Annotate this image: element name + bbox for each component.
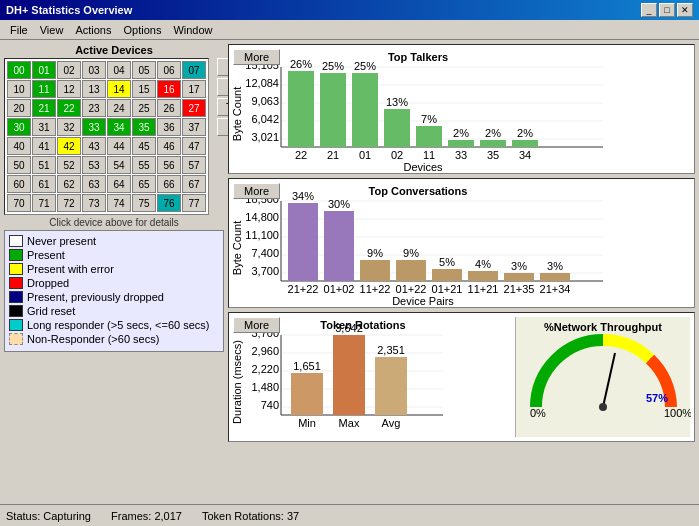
device-cell-34[interactable]: 34	[107, 118, 131, 136]
device-cell-24[interactable]: 24	[107, 99, 131, 117]
device-cell-51[interactable]: 51	[32, 156, 56, 174]
svg-text:11: 11	[423, 149, 435, 161]
device-cell-72[interactable]: 72	[57, 194, 81, 212]
device-cell-54[interactable]: 54	[107, 156, 131, 174]
device-cell-26[interactable]: 26	[157, 99, 181, 117]
device-cell-67[interactable]: 67	[182, 175, 206, 193]
device-cell-00[interactable]: 00	[7, 61, 31, 79]
device-cell-76[interactable]: 76	[157, 194, 181, 212]
device-cell-32[interactable]: 32	[57, 118, 81, 136]
devices-section: 0001020304050607101112131415161720212223…	[4, 58, 224, 215]
device-cell-35[interactable]: 35	[132, 118, 156, 136]
device-cell-36[interactable]: 36	[157, 118, 181, 136]
svg-text:25%: 25%	[322, 60, 344, 72]
device-cell-12[interactable]: 12	[57, 80, 81, 98]
status-text: Status: Capturing	[6, 510, 91, 522]
top-conversations-section: More Top Conversations Byte Count 18,500…	[228, 178, 695, 308]
device-cell-41[interactable]: 41	[32, 137, 56, 155]
device-cell-42[interactable]: 42	[57, 137, 81, 155]
device-cell-03[interactable]: 03	[82, 61, 106, 79]
device-cell-10[interactable]: 10	[7, 80, 31, 98]
device-cell-05[interactable]: 05	[132, 61, 156, 79]
menu-options[interactable]: Options	[117, 23, 167, 37]
menu-actions[interactable]: Actions	[69, 23, 117, 37]
device-cell-13[interactable]: 13	[82, 80, 106, 98]
device-cell-25[interactable]: 25	[132, 99, 156, 117]
status-bar: Status: Capturing Frames: 2,017 Token Ro…	[0, 504, 699, 526]
svg-text:25%: 25%	[354, 60, 376, 72]
token-more-button[interactable]: More	[233, 317, 280, 333]
device-cell-55[interactable]: 55	[132, 156, 156, 174]
device-cell-30[interactable]: 30	[7, 118, 31, 136]
device-cell-15[interactable]: 15	[132, 80, 156, 98]
token-rotations-chart: Token Rotations Duration (msecs) 3,700 2…	[233, 317, 515, 437]
device-cell-07[interactable]: 07	[182, 61, 206, 79]
device-cell-77[interactable]: 77	[182, 194, 206, 212]
device-cell-45[interactable]: 45	[132, 137, 156, 155]
device-cell-61[interactable]: 61	[32, 175, 56, 193]
top-conversations-svg: Top Conversations Byte Count 18,500 14,8…	[233, 183, 603, 305]
svg-text:02: 02	[391, 149, 403, 161]
device-cell-06[interactable]: 06	[157, 61, 181, 79]
bar-conv-11-22	[360, 260, 390, 281]
device-cell-74[interactable]: 74	[107, 194, 131, 212]
device-cell-44[interactable]: 44	[107, 137, 131, 155]
top-conversations-more-button[interactable]: More	[233, 183, 280, 199]
device-cell-01[interactable]: 01	[32, 61, 56, 79]
gauge-value: 57%	[646, 392, 668, 404]
minimize-button[interactable]: _	[641, 3, 657, 17]
device-cell-46[interactable]: 46	[157, 137, 181, 155]
menu-file[interactable]: File	[4, 23, 34, 37]
device-cell-62[interactable]: 62	[57, 175, 81, 193]
device-cell-31[interactable]: 31	[32, 118, 56, 136]
device-cell-53[interactable]: 53	[82, 156, 106, 174]
device-cell-52[interactable]: 52	[57, 156, 81, 174]
device-cell-73[interactable]: 73	[82, 194, 106, 212]
device-cell-23[interactable]: 23	[82, 99, 106, 117]
svg-text:2%: 2%	[485, 127, 501, 139]
device-cell-64[interactable]: 64	[107, 175, 131, 193]
device-cell-56[interactable]: 56	[157, 156, 181, 174]
device-cell-20[interactable]: 20	[7, 99, 31, 117]
top-talkers-more-button[interactable]: More	[233, 49, 280, 65]
device-cell-70[interactable]: 70	[7, 194, 31, 212]
device-cell-63[interactable]: 63	[82, 175, 106, 193]
device-cell-21[interactable]: 21	[32, 99, 56, 117]
device-cell-11[interactable]: 11	[32, 80, 56, 98]
svg-text:11+22: 11+22	[360, 283, 391, 295]
svg-text:740: 740	[261, 399, 279, 411]
svg-text:35: 35	[487, 149, 499, 161]
device-cell-22[interactable]: 22	[57, 99, 81, 117]
device-cell-43[interactable]: 43	[82, 137, 106, 155]
device-cell-57[interactable]: 57	[182, 156, 206, 174]
device-cell-37[interactable]: 37	[182, 118, 206, 136]
legend-color-error	[9, 263, 23, 275]
menu-view[interactable]: View	[34, 23, 70, 37]
device-cell-40[interactable]: 40	[7, 137, 31, 155]
close-button[interactable]: ✕	[677, 3, 693, 17]
device-cell-33[interactable]: 33	[82, 118, 106, 136]
device-cell-16[interactable]: 16	[157, 80, 181, 98]
maximize-button[interactable]: □	[659, 3, 675, 17]
device-cell-04[interactable]: 04	[107, 61, 131, 79]
bar-token-min	[291, 373, 323, 415]
device-cell-65[interactable]: 65	[132, 175, 156, 193]
svg-text:9%: 9%	[403, 247, 419, 259]
device-cell-02[interactable]: 02	[57, 61, 81, 79]
device-cell-50[interactable]: 50	[7, 156, 31, 174]
token-y-label: Duration (msecs)	[233, 340, 243, 424]
device-cell-14[interactable]: 14	[107, 80, 131, 98]
svg-text:2,220: 2,220	[251, 363, 279, 375]
device-cell-17[interactable]: 17	[182, 80, 206, 98]
menu-window[interactable]: Window	[167, 23, 218, 37]
menu-bar: File View Actions Options Window	[0, 20, 699, 40]
device-cell-47[interactable]: 47	[182, 137, 206, 155]
legend-color-grid-reset	[9, 305, 23, 317]
svg-text:3,642: 3,642	[335, 322, 363, 334]
device-cell-27[interactable]: 27	[182, 99, 206, 117]
device-cell-71[interactable]: 71	[32, 194, 56, 212]
device-cell-75[interactable]: 75	[132, 194, 156, 212]
device-cell-66[interactable]: 66	[157, 175, 181, 193]
device-cell-60[interactable]: 60	[7, 175, 31, 193]
legend-grid-reset: Grid reset	[9, 305, 219, 317]
